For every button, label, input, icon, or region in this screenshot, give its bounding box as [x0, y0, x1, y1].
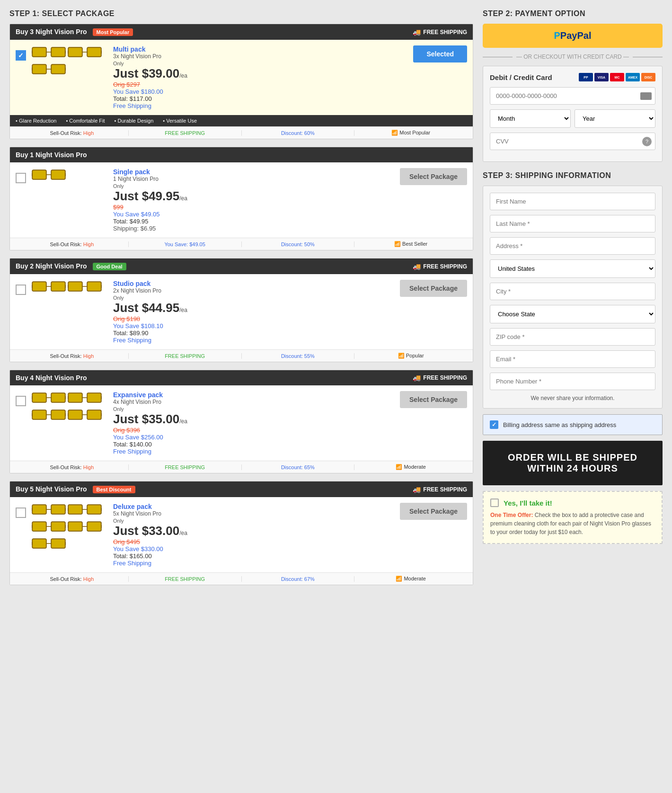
glass-pair: [32, 391, 66, 404]
package-checkbox-4[interactable]: [16, 508, 26, 518]
first-name-input[interactable]: [490, 193, 655, 210]
popularity-stat-2: 📶 Popular: [354, 353, 467, 359]
country-select[interactable]: United StatesCanadaUnited KingdomAustral…: [490, 259, 655, 278]
glass-pair: [68, 280, 102, 293]
glasses-row: [32, 537, 107, 550]
cvv-wrap: ?: [490, 133, 655, 150]
svg-rect-64: [69, 411, 81, 419]
paypal-button[interactable]: PPayPal: [483, 24, 663, 48]
state-select[interactable]: Choose StateAlabamaAlaskaArizonaArkansas…: [490, 305, 655, 323]
glass-pair: [68, 520, 102, 533]
select-btn-wrap-3: Select Package: [400, 391, 467, 408]
select-btn-3[interactable]: Select Package: [400, 391, 467, 408]
shipping-stat-2: FREE SHIPPING: [129, 353, 242, 359]
pack-shipping-1: Shipping: $6.95: [113, 225, 394, 232]
truck-icon-2: 🚚: [413, 263, 421, 270]
ship-banner-text: ORDER WILL BE SHIPPEDWITHIN 24 HOURS: [508, 452, 637, 474]
sell-out-value-3: High: [83, 464, 94, 470]
svg-rect-40: [68, 285, 68, 288]
cvv-help-icon[interactable]: ?: [642, 137, 652, 146]
select-btn-0[interactable]: Selected: [413, 45, 467, 62]
packages-container: Buy 3 Night Vision Pro Most Popular 🚚 FR…: [9, 24, 473, 585]
card-number-input[interactable]: [490, 87, 655, 105]
last-name-input[interactable]: [490, 215, 655, 232]
pack-save-2: You Save $108.10: [113, 322, 394, 330]
billing-check-label: Billing address same as shipping address: [503, 421, 616, 428]
package-checkbox-0[interactable]: [16, 50, 26, 61]
upsell-header: Yes, I'll take it!: [490, 499, 655, 507]
pack-total-3: Total: $140.00: [113, 441, 394, 448]
right-column: STEP 2: PAYMENT OPTION PPayPal — OR CHEC…: [483, 9, 663, 593]
package-header-left-3: Buy 4 Night Vision Pro: [16, 374, 87, 382]
step3-title: STEP 3: SHIPPING INFORMATION: [483, 171, 663, 180]
select-btn-1[interactable]: Select Package: [400, 168, 467, 185]
billing-checkbox[interactable]: [490, 420, 498, 429]
upsell-checkbox[interactable]: [490, 499, 499, 507]
svg-rect-20: [65, 68, 66, 71]
email-row: [490, 350, 655, 368]
select-btn-2[interactable]: Select Package: [400, 280, 467, 297]
free-shipping-badge-0: 🚚 FREE SHIPPING: [413, 28, 467, 36]
select-btn-wrap-1: Select Package: [400, 168, 467, 185]
package-header-1: Buy 1 Night Vision Pro: [10, 147, 473, 162]
phone-input[interactable]: [490, 373, 655, 390]
email-input[interactable]: [490, 350, 655, 368]
package-card-4: Buy 5 Night Vision Pro Best Discount 🚚 F…: [9, 481, 473, 585]
address-input[interactable]: [490, 237, 655, 255]
discount-stat-4: Discount: 67%: [242, 576, 355, 582]
stats-bar-4: Sell-Out Risk: High FREE SHIPPING Discou…: [10, 572, 473, 585]
svg-rect-24: [52, 171, 64, 178]
card-header: Debit / Credit Card PP VISA MC AMEX DISC: [490, 73, 655, 81]
pack-price-unit-3: /ea: [179, 418, 187, 425]
package-checkbox-3[interactable]: [16, 396, 26, 406]
billing-check-row[interactable]: Billing address same as shipping address: [483, 414, 663, 435]
state-row: Choose StateAlabamaAlaskaArizonaArkansas…: [490, 305, 655, 323]
package-checkbox-2[interactable]: [16, 285, 26, 295]
glass-pair: [68, 408, 102, 421]
svg-rect-73: [52, 506, 64, 513]
city-input[interactable]: [490, 283, 655, 300]
svg-rect-80: [88, 506, 100, 513]
month-select[interactable]: MonthJanuaryFebruaryMarchAprilMayJuneJul…: [490, 109, 571, 128]
svg-rect-96: [68, 525, 68, 528]
svg-rect-97: [101, 525, 102, 528]
svg-rect-27: [65, 173, 66, 176]
svg-rect-41: [101, 285, 102, 288]
feature-item-0-1: Comfortable Fit: [66, 118, 105, 124]
pack-only-3: Only: [113, 406, 394, 412]
select-btn-4[interactable]: Select Package: [400, 503, 467, 520]
zip-input[interactable]: [490, 328, 655, 346]
or-divider: — OR CHECKOUT WITH CREDIT CARD —: [483, 53, 663, 60]
sell-out-stat-1: Sell-Out Risk: High: [16, 241, 129, 247]
discount-stat-value-3: Discount: 65%: [281, 464, 315, 470]
sell-out-value-0: High: [83, 130, 94, 136]
package-checkbox-1[interactable]: [16, 173, 26, 183]
package-header-left-0: Buy 3 Night Vision Pro Most Popular: [16, 28, 133, 36]
svg-rect-12: [68, 51, 68, 53]
pack-price-unit-2: /ea: [179, 307, 187, 313]
pack-price-row-2: Just $44.95/ea: [113, 301, 394, 315]
sell-out-stat-0: Sell-Out Risk: High: [16, 130, 129, 136]
popularity-stat-1: 📶 Best Seller: [354, 241, 467, 247]
year-select[interactable]: Year202420252026202720282029203020312032…: [575, 109, 655, 128]
svg-rect-10: [88, 48, 100, 56]
stats-bar-0: Sell-Out Risk: High FREE SHIPPING Discou…: [10, 126, 473, 139]
svg-rect-71: [33, 506, 45, 513]
shipping-stat-value-1: You Save: $49.05: [164, 241, 205, 247]
svg-rect-69: [101, 413, 102, 416]
svg-rect-82: [68, 508, 68, 511]
popularity-value-2: Popular: [406, 353, 424, 358]
svg-rect-38: [88, 283, 100, 290]
package-card-0: Buy 3 Night Vision Pro Most Popular 🚚 FR…: [9, 24, 473, 139]
svg-rect-13: [101, 51, 102, 53]
pack-orig-2: Orig $198: [113, 315, 394, 322]
popularity-stat-4: 📶 Moderate: [354, 576, 467, 582]
glass-pair: [32, 408, 66, 421]
discount-stat-value-0: Discount: 60%: [281, 130, 315, 136]
svg-rect-55: [101, 396, 102, 399]
svg-rect-19: [32, 68, 32, 71]
shipping-stat-3: FREE SHIPPING: [129, 464, 242, 470]
cvv-input[interactable]: [490, 133, 655, 150]
package-header-3: Buy 4 Night Vision Pro 🚚 FREE SHIPPING: [10, 370, 473, 385]
svg-rect-92: [69, 523, 81, 530]
